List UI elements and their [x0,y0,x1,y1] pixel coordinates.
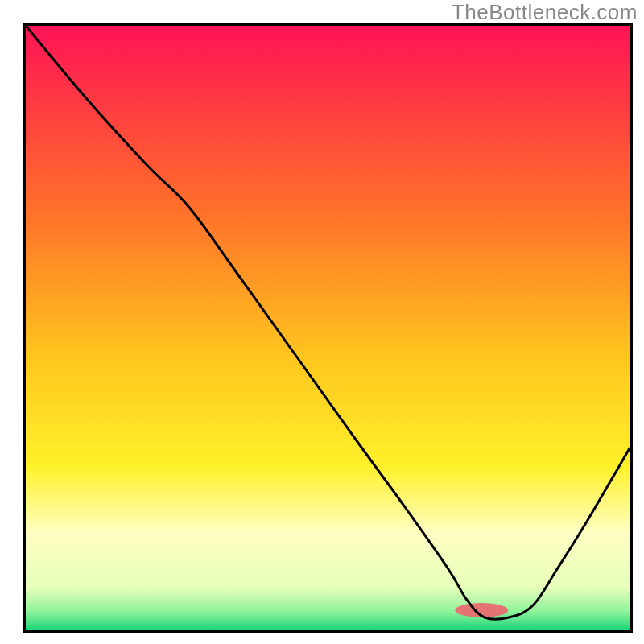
gradient-background [26,26,630,630]
plot-svg [26,26,630,630]
watermark-label: TheBottleneck.com [452,0,638,25]
chart-frame: TheBottleneck.com [0,0,644,644]
plot-area [23,23,633,633]
